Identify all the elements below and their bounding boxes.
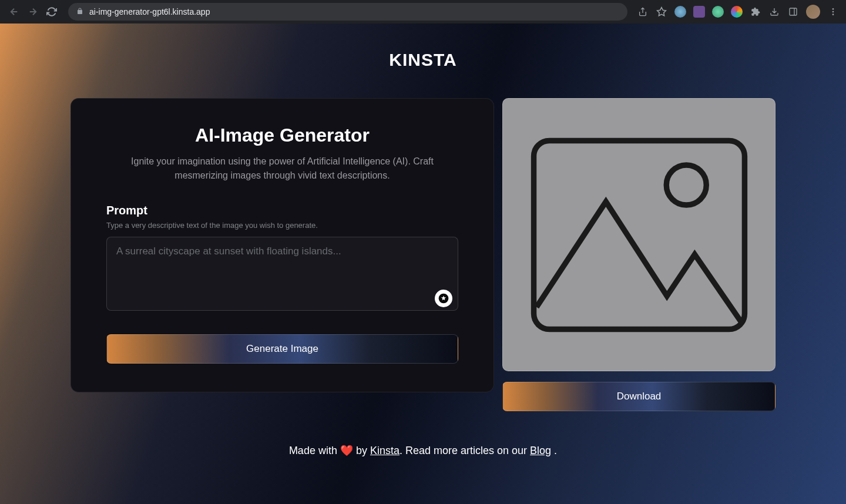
back-button[interactable]: [7, 5, 21, 19]
prompt-input[interactable]: [106, 237, 458, 311]
svg-marker-0: [657, 8, 666, 16]
page-subtitle: Ignite your imagination using the power …: [106, 154, 458, 183]
prompt-hint: Type a very descriptive text of the imag…: [106, 221, 458, 230]
chrome-actions: [637, 5, 839, 19]
placeholder-image-icon: [528, 135, 751, 335]
heart-icon: ❤️: [340, 445, 353, 456]
address-bar[interactable]: ai-img-generator-gpt6l.kinsta.app: [68, 3, 627, 21]
preview-panel: Download: [502, 98, 776, 411]
footer-by: by: [353, 445, 370, 456]
download-icon[interactable]: [768, 6, 780, 18]
generator-form-card: AI-Image Generator Ignite your imaginati…: [70, 98, 494, 392]
svg-point-3: [832, 8, 834, 10]
blog-link[interactable]: Blog: [530, 445, 551, 456]
footer-text: Made with ❤️ by Kinsta. Read more articl…: [289, 444, 557, 457]
menu-icon[interactable]: [827, 6, 839, 18]
footer-middle: . Read more articles on our: [400, 445, 530, 456]
forward-button[interactable]: [26, 5, 40, 19]
share-icon[interactable]: [637, 6, 649, 18]
url-text: ai-img-generator-gpt6l.kinsta.app: [89, 7, 210, 16]
extensions-icon[interactable]: [750, 6, 761, 18]
page-content: KINSTA AI-Image Generator Ignite your im…: [0, 23, 846, 504]
browser-chrome: ai-img-generator-gpt6l.kinsta.app: [0, 0, 846, 23]
svg-point-5: [832, 14, 834, 15]
profile-avatar[interactable]: [806, 5, 820, 19]
extension-icon-1[interactable]: [674, 6, 686, 18]
nav-buttons: [7, 5, 59, 19]
extension-icon-2[interactable]: [693, 6, 705, 18]
lock-icon: [76, 8, 83, 16]
image-preview-placeholder: [502, 98, 776, 371]
main-content: AI-Image Generator Ignite your imaginati…: [0, 98, 846, 411]
star-icon[interactable]: [656, 6, 667, 18]
svg-rect-1: [790, 8, 797, 15]
textarea-wrapper: [106, 237, 458, 313]
grammarly-icon[interactable]: [435, 290, 452, 307]
generate-button[interactable]: Generate Image: [106, 334, 458, 364]
extension-icon-3[interactable]: [712, 6, 724, 18]
kinsta-logo: KINSTA: [389, 50, 456, 70]
svg-point-7: [666, 165, 706, 205]
kinsta-link[interactable]: Kinsta: [370, 445, 400, 456]
page-title: AI-Image Generator: [106, 125, 458, 146]
footer-prefix: Made with: [289, 445, 340, 456]
footer-suffix: .: [551, 445, 557, 456]
panel-icon[interactable]: [787, 6, 799, 18]
reload-button[interactable]: [45, 5, 59, 19]
svg-rect-6: [533, 140, 744, 329]
svg-point-4: [832, 11, 834, 13]
prompt-label: Prompt: [106, 204, 458, 217]
download-button[interactable]: Download: [502, 382, 776, 411]
extension-icon-4[interactable]: [731, 6, 743, 18]
